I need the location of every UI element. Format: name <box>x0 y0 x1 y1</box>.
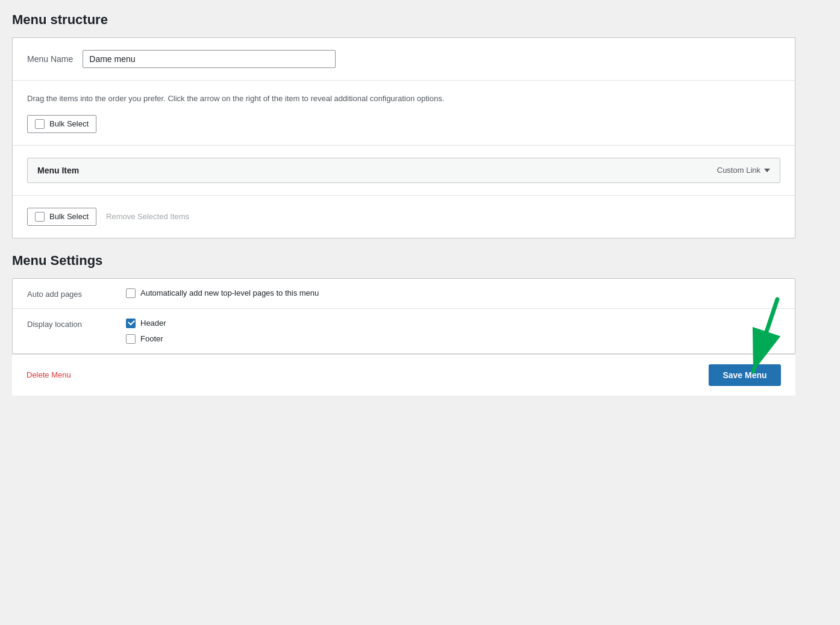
settings-panel: Auto add pages Automatically add new top… <box>12 278 795 354</box>
display-location-row: Display location Header Footer <box>13 309 795 353</box>
menu-structure-container: Menu structure Menu Name Drag the items … <box>12 12 795 396</box>
save-menu-button[interactable]: Save Menu <box>709 364 781 386</box>
bulk-select-top-button[interactable]: Bulk Select <box>27 115 96 133</box>
auto-add-pages-options: Automatically add new top-level pages to… <box>126 288 319 298</box>
instructions-row: Drag the items into the order you prefer… <box>13 81 795 146</box>
remove-selected-link[interactable]: Remove Selected Items <box>106 212 189 221</box>
instructions-text: Drag the items into the order you prefer… <box>27 93 780 105</box>
menu-name-label: Menu Name <box>27 54 73 64</box>
auto-add-pages-option-label: Automatically add new top-level pages to… <box>140 288 319 297</box>
footer-checkbox[interactable] <box>126 334 136 344</box>
menu-item-header: Menu Item Custom Link <box>28 158 780 182</box>
menu-structure-title: Menu structure <box>12 12 795 28</box>
footer-option[interactable]: Footer <box>126 334 166 344</box>
bulk-select-top-label: Bulk Select <box>49 119 89 128</box>
menu-item-row: Menu Item Custom Link <box>13 146 795 196</box>
menu-item-table: Menu Item Custom Link <box>27 158 780 183</box>
display-location-label: Display location <box>27 319 111 329</box>
auto-add-pages-option[interactable]: Automatically add new top-level pages to… <box>126 288 319 298</box>
menu-settings-title: Menu Settings <box>12 253 795 269</box>
menu-item-header-label: Menu Item <box>37 166 79 175</box>
bulk-select-top-checkbox <box>35 119 45 129</box>
menu-structure-panel: Menu Name Drag the items into the order … <box>12 37 795 238</box>
bulk-select-bottom-checkbox <box>35 212 45 222</box>
menu-settings-section: Menu Settings Auto add pages Automatical… <box>12 253 795 396</box>
header-checkbox[interactable] <box>126 319 136 328</box>
footer-label: Footer <box>140 334 163 343</box>
bulk-select-bottom-button[interactable]: Bulk Select <box>27 208 96 226</box>
header-label: Header <box>140 319 166 328</box>
auto-add-pages-label: Auto add pages <box>27 288 111 299</box>
header-option[interactable]: Header <box>126 319 166 328</box>
menu-item-type[interactable]: Custom Link <box>717 166 770 175</box>
bottom-bulk-row: Bulk Select Remove Selected Items <box>13 196 795 238</box>
footer-wrapper: Delete Menu Save Menu <box>12 354 795 396</box>
auto-add-pages-checkbox[interactable] <box>126 288 136 298</box>
menu-name-input[interactable] <box>83 50 336 68</box>
custom-link-label: Custom Link <box>717 166 760 175</box>
footer-row: Delete Menu Save Menu <box>12 354 795 396</box>
display-location-options: Header Footer <box>126 319 166 344</box>
chevron-down-icon <box>764 169 770 172</box>
auto-add-pages-row: Auto add pages Automatically add new top… <box>13 279 795 308</box>
menu-name-row: Menu Name <box>13 38 795 81</box>
delete-menu-link[interactable]: Delete Menu <box>27 370 71 379</box>
bulk-select-bottom-label: Bulk Select <box>49 212 89 221</box>
